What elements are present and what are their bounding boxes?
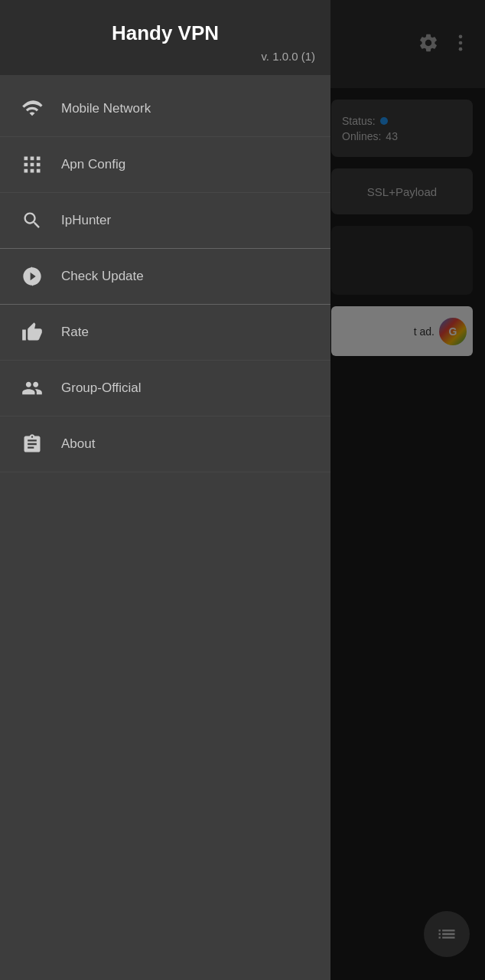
drawer-version: v. 1.0.0 (1) xyxy=(15,50,315,63)
group-icon xyxy=(18,374,46,402)
check-update-label: Check Update xyxy=(61,269,144,284)
drawer-menu: Mobile Network Apn Config IpHunter xyxy=(0,75,330,980)
menu-item-apn-config[interactable]: Apn Config xyxy=(0,137,330,193)
drawer-header: Handy VPN v. 1.0.0 (1) xyxy=(0,0,330,75)
menu-item-iphunter[interactable]: IpHunter xyxy=(0,193,330,249)
menu-item-rate[interactable]: Rate xyxy=(0,305,330,361)
grid-icon xyxy=(18,151,46,178)
group-official-label: Group-Official xyxy=(61,381,142,396)
thumbsup-icon xyxy=(18,318,46,346)
update-icon xyxy=(18,263,46,290)
drawer-scrim[interactable] xyxy=(329,0,485,980)
menu-item-mobile-network[interactable]: Mobile Network xyxy=(0,81,330,137)
wifi-icon xyxy=(18,95,46,122)
navigation-drawer: Handy VPN v. 1.0.0 (1) Mobile Network Ap… xyxy=(0,0,330,980)
menu-item-about[interactable]: About xyxy=(0,416,330,472)
drawer-app-title: Handy VPN xyxy=(15,21,315,45)
menu-item-group-official[interactable]: Group-Official xyxy=(0,361,330,416)
clipboard-icon xyxy=(18,430,46,458)
iphunter-label: IpHunter xyxy=(61,213,111,228)
mobile-network-label: Mobile Network xyxy=(61,101,151,116)
about-label: About xyxy=(61,436,95,452)
apn-config-label: Apn Config xyxy=(61,157,125,172)
rate-label: Rate xyxy=(61,325,89,340)
menu-item-check-update[interactable]: Check Update xyxy=(0,249,330,305)
search-icon xyxy=(18,207,46,234)
